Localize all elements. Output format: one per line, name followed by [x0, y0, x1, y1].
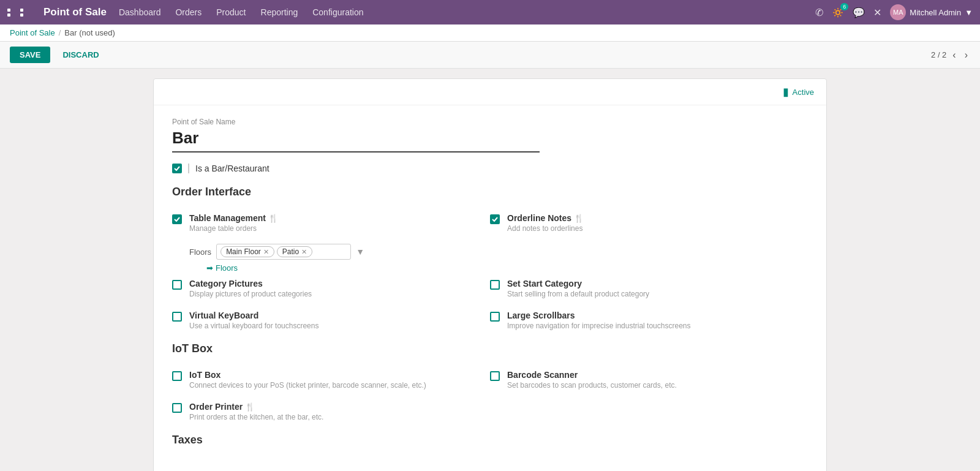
order-printer-checkbox[interactable]: [172, 403, 182, 413]
nav-reporting[interactable]: Reporting: [261, 7, 298, 17]
table-management-text: Table Management 🍴 Manage table orders: [189, 213, 278, 233]
next-page-button[interactable]: ›: [962, 48, 970, 62]
options-grid-3: Virtual KeyBoard Use a virtual keyboard …: [172, 304, 808, 336]
toggle-icon: ▮: [783, 85, 789, 99]
order-interface-title: Order Interface: [172, 186, 808, 198]
notification-icon[interactable]: 🔅 6: [832, 7, 844, 18]
user-menu[interactable]: MA Mitchell Admin ▼: [890, 4, 973, 20]
prev-page-button[interactable]: ‹: [950, 48, 958, 62]
table-management-title: Table Management: [189, 213, 266, 223]
table-management-item: Table Management 🍴 Manage table orders: [172, 207, 490, 239]
floor-tag-patio-remove[interactable]: ✕: [301, 248, 307, 256]
floors-link[interactable]: ➡ Floors: [206, 263, 490, 273]
form-body: Point of Sale Name Bar Is a Bar/Restaura…: [154, 105, 826, 471]
breadcrumb-bar: Point of Sale / Bar (not used): [0, 24, 980, 42]
top-nav: Dashboard Orders Product Reporting Confi…: [119, 7, 803, 17]
iot-box-section-title: IoT Box: [172, 342, 808, 355]
virtual-keyboard-item: Virtual KeyBoard Use a virtual keyboard …: [172, 304, 490, 336]
apps-menu-icon[interactable]: [7, 9, 31, 17]
category-pictures-title: Category Pictures: [189, 279, 312, 288]
barcode-scanner-text: Barcode Scanner Set barcodes to scan pro…: [507, 370, 677, 390]
save-button[interactable]: SAVE: [10, 47, 50, 63]
large-scrollbars-title: Large Scrollbars: [507, 311, 690, 320]
name-field-value[interactable]: Bar: [172, 129, 540, 153]
chevron-down-icon: ▼: [965, 8, 973, 17]
virtual-keyboard-desc: Use a virtual keyboard for touchscreens: [189, 322, 318, 330]
options-grid-2: Category Pictures Display pictures of pr…: [172, 273, 808, 304]
is-bar-checkbox[interactable]: [172, 164, 182, 173]
floor-tag-main: Main Floor ✕: [221, 246, 274, 257]
form-card: ▮ Active Point of Sale Name Bar Is a Bar…: [153, 78, 827, 471]
nav-product[interactable]: Product: [216, 7, 246, 17]
active-toggle[interactable]: ▮ Active: [783, 85, 814, 99]
breadcrumb-parent[interactable]: Point of Sale: [10, 28, 55, 37]
orderline-notes-col: Orderline Notes 🍴 Add notes to orderline…: [490, 207, 808, 273]
divider: [188, 164, 189, 173]
nav-configuration[interactable]: Configuration: [312, 7, 363, 17]
orderline-notes-text: Orderline Notes 🍴 Add notes to orderline…: [507, 213, 584, 233]
pagination: 2 / 2 ‹ ›: [931, 48, 970, 62]
large-scrollbars-checkbox[interactable]: [490, 312, 500, 322]
orderline-notes-checkbox[interactable]: [490, 214, 500, 224]
options-grid-iot: IoT Box Connect devices to your PoS (tic…: [172, 364, 808, 396]
user-name: Mitchell Admin: [910, 8, 961, 17]
breadcrumb-separator: /: [59, 28, 61, 37]
orderline-notes-item: Orderline Notes 🍴 Add notes to orderline…: [490, 207, 808, 239]
pos-name-field: Point of Sale Name Bar: [172, 118, 808, 153]
virtual-keyboard-checkbox[interactable]: [172, 312, 182, 322]
large-scrollbars-desc: Improve navigation for imprecise industr…: [507, 322, 690, 330]
name-field-label: Point of Sale Name: [172, 118, 808, 126]
active-label: Active: [793, 88, 814, 97]
iot-box-desc: Connect devices to your PoS (ticket prin…: [189, 381, 426, 390]
is-bar-label: Is a Bar/Restaurant: [195, 164, 270, 173]
nav-orders[interactable]: Orders: [175, 7, 202, 17]
discard-button[interactable]: DISCARD: [56, 47, 105, 63]
order-printer-icon: 🍴: [245, 402, 255, 412]
app-title: Point of Sale: [43, 6, 107, 18]
iot-box-item: IoT Box Connect devices to your PoS (tic…: [172, 364, 490, 396]
table-management-checkbox[interactable]: [172, 214, 182, 224]
orderline-notes-title: Orderline Notes: [507, 213, 571, 223]
pagination-text: 2 / 2: [931, 50, 946, 59]
category-pictures-text: Category Pictures Display pictures of pr…: [189, 279, 312, 298]
breadcrumb: Point of Sale / Bar (not used): [10, 28, 115, 37]
order-printer-desc: Print orders at the kitchen, at the bar,…: [189, 413, 323, 421]
iot-box-text: IoT Box Connect devices to your PoS (tic…: [189, 370, 426, 390]
barcode-scanner-checkbox[interactable]: [490, 371, 500, 381]
virtual-keyboard-text: Virtual KeyBoard Use a virtual keyboard …: [189, 311, 318, 330]
taxes-section-title: Taxes: [172, 434, 808, 447]
set-start-category-item: Set Start Category Start selling from a …: [490, 273, 808, 304]
phone-icon[interactable]: ✆: [815, 7, 823, 18]
barcode-scanner-item: Barcode Scanner Set barcodes to scan pro…: [490, 364, 808, 396]
order-printer-item: Order Printer 🍴 Print orders at the kitc…: [172, 396, 490, 428]
set-start-category-checkbox[interactable]: [490, 280, 500, 290]
category-pictures-desc: Display pictures of product categories: [189, 290, 312, 298]
floors-link-text: Floors: [216, 263, 238, 273]
form-header: ▮ Active: [154, 79, 826, 105]
is-bar-row: Is a Bar/Restaurant: [172, 164, 808, 173]
floor-tag-patio: Patio ✕: [277, 246, 312, 257]
breadcrumb-current: Bar (not used): [64, 28, 115, 37]
iot-box-title: IoT Box: [189, 370, 426, 380]
orderline-notes-desc: Add notes to orderlines: [507, 224, 584, 233]
large-scrollbars-item: Large Scrollbars Improve navigation for …: [490, 304, 808, 336]
floors-input[interactable]: Main Floor ✕ Patio ✕: [216, 244, 351, 260]
options-grid: Table Management 🍴 Manage table orders F…: [172, 207, 808, 273]
floors-label: Floors: [189, 247, 211, 257]
close-icon[interactable]: ✕: [873, 7, 881, 18]
floor-tag-main-remove[interactable]: ✕: [263, 248, 269, 256]
set-start-category-text: Set Start Category Start selling from a …: [507, 279, 649, 298]
action-bar: SAVE DISCARD 2 / 2 ‹ ›: [0, 42, 980, 69]
set-start-category-desc: Start selling from a default product cat…: [507, 290, 649, 298]
avatar: MA: [890, 4, 906, 20]
floors-dropdown-arrow[interactable]: ▼: [356, 247, 364, 257]
orderline-notes-icon: 🍴: [574, 214, 584, 223]
main-content: ▮ Active Point of Sale Name Bar Is a Bar…: [0, 69, 980, 471]
floors-row: Floors Main Floor ✕ Patio ✕: [189, 244, 490, 260]
chat-icon[interactable]: 💬: [853, 7, 865, 18]
nav-dashboard[interactable]: Dashboard: [119, 7, 161, 17]
order-printer-title: Order Printer: [189, 402, 243, 412]
floors-link-arrow: ➡: [206, 263, 213, 273]
category-pictures-checkbox[interactable]: [172, 280, 182, 290]
iot-box-checkbox[interactable]: [172, 371, 182, 381]
